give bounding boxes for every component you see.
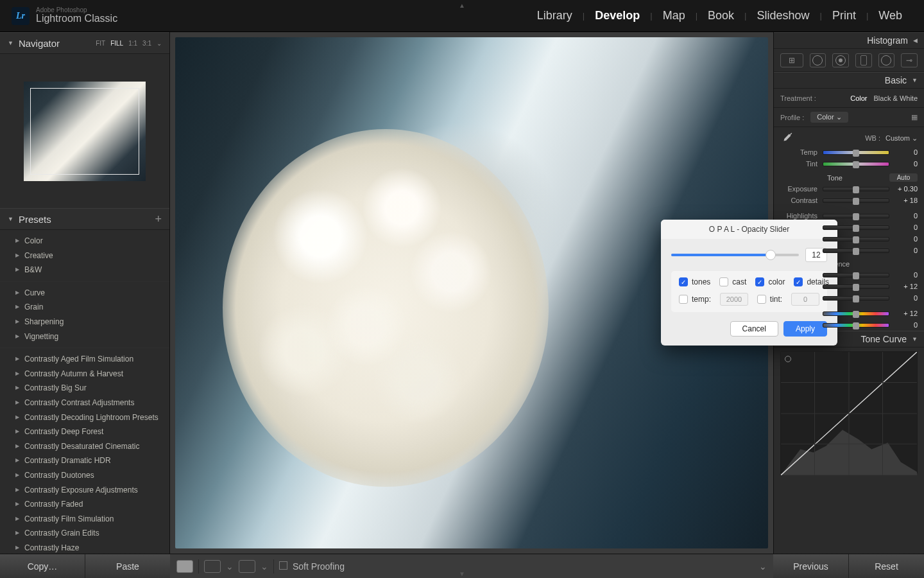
- navigator-zoom-opts[interactable]: FIT FILL 1:1 3:1 ⌄: [96, 40, 162, 47]
- paste-button[interactable]: Paste: [85, 554, 170, 578]
- preset-folder[interactable]: ▶Contrastly Decoding Lightroom Presets: [0, 410, 169, 425]
- zoom-3to1[interactable]: 3:1: [142, 40, 151, 47]
- navigator-title: Navigator: [19, 38, 60, 49]
- navigator-thumb[interactable]: [0, 54, 169, 208]
- preset-folder[interactable]: ▶Curve: [0, 286, 169, 301]
- slider-temp[interactable]: Temp0: [774, 146, 924, 158]
- preset-folder[interactable]: ▶Contrastly Contrast Adjustments: [0, 396, 169, 410]
- preset-folder[interactable]: ▶Contrastly Film Simulation: [0, 512, 169, 527]
- preset-folder[interactable]: ▶Contrastly Deep Forest: [0, 425, 169, 439]
- presets-header[interactable]: ▼ Presets +: [0, 208, 169, 230]
- left-panel: ▼ Navigator FIT FILL 1:1 3:1 ⌄ ▼ Presets…: [0, 32, 170, 554]
- temp-input[interactable]: 2000: [720, 293, 748, 306]
- add-preset-icon[interactable]: +: [155, 213, 162, 226]
- copy-button[interactable]: Copy…: [0, 554, 85, 578]
- wb-label: WB :: [800, 134, 880, 142]
- loupe-view-icon[interactable]: [176, 560, 193, 573]
- zoom-fit[interactable]: FIT: [96, 40, 105, 47]
- preset-folder[interactable]: ▶Contrastly Grain Edits: [0, 526, 169, 541]
- zoom-more-icon[interactable]: ⌄: [157, 40, 162, 47]
- crop-tool-icon[interactable]: ⊞: [780, 53, 803, 67]
- preset-folder[interactable]: ▶Contrastly Autumn & Harvest: [0, 367, 169, 381]
- checkbox-icon: ✓: [755, 277, 764, 286]
- previous-button[interactable]: Previous: [773, 554, 849, 578]
- module-web[interactable]: Web: [868, 9, 912, 22]
- slider-exposure[interactable]: Exposure+ 0.30: [774, 183, 924, 195]
- chevron-right-icon: ▶: [15, 515, 19, 523]
- preset-folder[interactable]: ▶Sharpening: [0, 315, 169, 329]
- navigator-crop-frame[interactable]: [30, 88, 139, 175]
- grad-tool-icon[interactable]: [855, 53, 872, 67]
- tint-input[interactable]: 0: [791, 293, 819, 306]
- checkbox-tones[interactable]: ✓tones: [679, 277, 710, 286]
- preset-folder[interactable]: ▶Color: [0, 234, 169, 249]
- toolbar-more-icon[interactable]: ⌄: [759, 561, 767, 572]
- treatment-color[interactable]: Color: [850, 94, 867, 102]
- module-develop[interactable]: Develop: [585, 9, 650, 22]
- treatment-row: Treatment : Color Black & White: [774, 89, 924, 108]
- preset-folder[interactable]: ▶B&W: [0, 263, 169, 277]
- checkbox-color[interactable]: ✓color: [755, 277, 785, 286]
- slider-tint[interactable]: Tint0: [774, 158, 924, 170]
- wb-value[interactable]: Custom: [886, 134, 910, 142]
- before-after-lr-icon[interactable]: [204, 560, 221, 573]
- checkbox-cast[interactable]: cast: [719, 277, 746, 286]
- preset-folder[interactable]: ▶Contrastly Desaturated Cinematic: [0, 439, 169, 454]
- checkbox-icon: [279, 561, 287, 570]
- preset-folder[interactable]: ▶Contrastly Haze: [0, 541, 169, 554]
- zoom-1to1[interactable]: 1:1: [128, 40, 137, 47]
- chevron-right-icon: ▶: [15, 333, 19, 340]
- before-after-tb-icon[interactable]: [239, 560, 255, 573]
- checkbox-temp[interactable]: temp:: [679, 293, 711, 306]
- navigator-header[interactable]: ▼ Navigator FIT FILL 1:1 3:1 ⌄: [0, 32, 169, 54]
- preset-folder[interactable]: ▶Grain: [0, 300, 169, 315]
- profile-row[interactable]: Profile : Color ⌄ ▦: [774, 108, 924, 127]
- opacity-track[interactable]: [671, 254, 799, 256]
- slider-contrast[interactable]: Contrast+ 18: [774, 195, 924, 206]
- preset-folder[interactable]: ▶Creative: [0, 249, 169, 263]
- module-slideshow[interactable]: Slideshow: [746, 9, 819, 22]
- module-print[interactable]: Print: [822, 9, 866, 22]
- before-after-more2-icon[interactable]: ⌄: [261, 561, 268, 572]
- eyedropper-icon[interactable]: [780, 131, 794, 145]
- chevron-right-icon: ▶: [15, 303, 19, 311]
- preset-folder[interactable]: ▶Contrastly Faded: [0, 497, 169, 512]
- soft-proof-toggle[interactable]: Soft Proofing: [279, 561, 345, 572]
- tone-curve-graph[interactable]: [780, 351, 918, 473]
- spot-tool-icon[interactable]: [810, 53, 826, 67]
- preset-folder[interactable]: ▶Contrastly Exposure Adjustments: [0, 483, 169, 498]
- module-map[interactable]: Map: [653, 9, 696, 22]
- module-library[interactable]: Library: [527, 9, 583, 22]
- preset-folder[interactable]: ▶Contrastly Duotones: [0, 468, 169, 483]
- preset-group-adjust: ▶Curve ▶Grain ▶Sharpening ▶Vignetting: [0, 282, 169, 348]
- preset-group-contrastly: ▶Contrastly Aged Film Simulation▶Contras…: [0, 348, 169, 554]
- auto-button[interactable]: Auto: [889, 173, 918, 182]
- right-footer: Previous Reset: [773, 554, 924, 578]
- preset-folder[interactable]: ▶Vignetting: [0, 329, 169, 344]
- cancel-button[interactable]: Cancel: [730, 321, 778, 337]
- image-preview-area[interactable]: O P A L - Opacity Slider 12 ✓tones cast …: [170, 32, 773, 554]
- chevron-right-icon: ▶: [15, 252, 19, 259]
- chevron-right-icon: ▶: [15, 318, 19, 326]
- profile-value[interactable]: Color: [817, 113, 834, 121]
- apply-button[interactable]: Apply: [783, 321, 827, 337]
- collapse-bottom-icon[interactable]: ▼: [459, 570, 465, 577]
- treatment-bw[interactable]: Black & White: [874, 94, 918, 102]
- profile-grid-icon[interactable]: ▦: [911, 113, 918, 121]
- histogram-header[interactable]: Histogram◀: [774, 32, 924, 49]
- module-book[interactable]: Book: [697, 9, 744, 22]
- redeye-tool-icon[interactable]: [832, 53, 849, 67]
- basic-header[interactable]: Basic▼: [774, 72, 924, 89]
- checkbox-tint[interactable]: tint:: [757, 293, 782, 306]
- preset-folder[interactable]: ▶Contrastly Dramatic HDR: [0, 453, 169, 468]
- radial-tool-icon[interactable]: [878, 53, 895, 67]
- collapse-top-icon[interactable]: ▲: [459, 2, 465, 9]
- preset-folder[interactable]: ▶Contrastly Big Sur: [0, 381, 169, 396]
- reset-button[interactable]: Reset: [849, 554, 924, 578]
- before-after-more-icon[interactable]: ⌄: [226, 561, 234, 572]
- zoom-fill[interactable]: FILL: [110, 40, 123, 47]
- opacity-slider[interactable]: 12: [671, 248, 827, 262]
- brush-tool-icon[interactable]: ⊸: [901, 53, 918, 67]
- preset-folder[interactable]: ▶Contrastly Aged Film Simulation: [0, 352, 169, 367]
- opacity-thumb[interactable]: [766, 250, 776, 260]
